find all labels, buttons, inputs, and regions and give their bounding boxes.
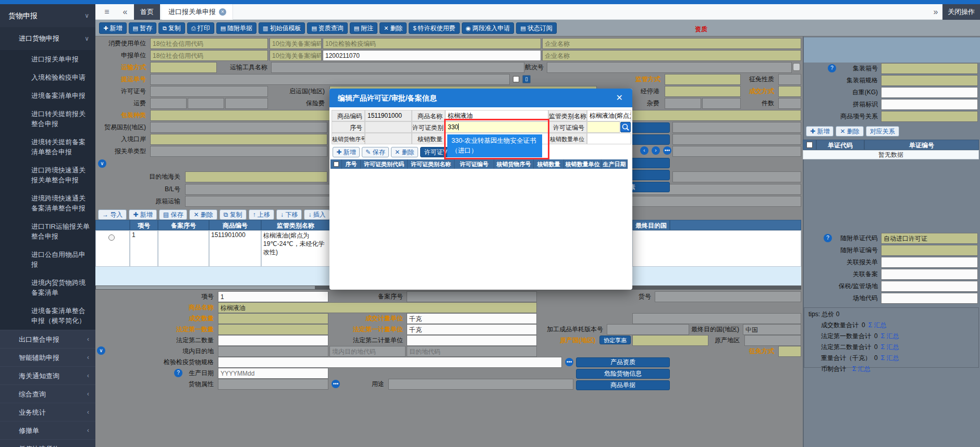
field-origin-region[interactable] — [744, 335, 801, 346]
sidebar-group-item[interactable]: 海关通知查询‹ — [0, 366, 95, 384]
field-tare-weight[interactable] — [881, 87, 978, 98]
more-items-icon[interactable]: ••• — [663, 146, 671, 155]
bill-doc-button[interactable]: ▯ — [522, 75, 531, 83]
field-related-record[interactable] — [881, 269, 978, 280]
field-domestic-destination-code[interactable]: 境内目的地代码 — [329, 346, 406, 357]
toolbar-button[interactable]: ▤暂存 — [129, 22, 156, 34]
field-misc-1[interactable] — [665, 98, 701, 109]
license-type-dropdown-option[interactable]: 330-农业转基因生物安全证书 （进口） — [447, 134, 542, 157]
toolbar-button[interactable]: ▤状态订阅 — [516, 22, 556, 34]
field-consumer-credit-code[interactable]: 18位社会信用代码 — [150, 38, 268, 49]
tab-close-icon[interactable]: × — [219, 8, 226, 16]
field-item-relation[interactable] — [881, 111, 978, 122]
field-supervision-mode[interactable] — [665, 74, 741, 85]
field-declarer-customs-code[interactable]: 10位海关备案编码 — [270, 50, 322, 61]
field-detail-item-no[interactable]: 1 — [218, 291, 328, 302]
sidebar-item[interactable]: 进境备案清单申报 — [0, 86, 95, 105]
field-consumer-name[interactable]: 企业名称 — [542, 38, 801, 49]
toolbar-button[interactable]: ▤资质查询 — [307, 22, 347, 34]
item-toolbar-button[interactable]: ▤ 保存 — [159, 209, 188, 220]
field-transaction-qty[interactable] — [218, 313, 328, 324]
field-attached-doc-code[interactable]: 自动进口许可证 — [881, 233, 978, 244]
sidebar-item[interactable]: 进境内贸货物跨境备案清单 — [0, 274, 95, 302]
sum-link[interactable]: Σ 汇总 — [881, 343, 899, 351]
field-legal-unit-1[interactable]: 千克 — [407, 324, 537, 335]
field-package-count[interactable] — [778, 98, 801, 109]
prev-item-icon[interactable]: ‹ — [640, 146, 648, 155]
close-operations-button[interactable]: 关闭操作 — [942, 4, 980, 20]
container-help-icon[interactable]: ? — [828, 64, 836, 72]
field-commodity-name[interactable]: 棕榈液油 — [218, 302, 537, 313]
field-domestic-destination[interactable] — [218, 346, 328, 357]
field-misc-2[interactable] — [702, 98, 741, 109]
detail-expander-icon[interactable]: ∨ — [97, 346, 105, 355]
item-toolbar-button[interactable]: ✚ 新增 — [129, 209, 156, 220]
item-toolbar-button[interactable]: ↑ 上移 — [249, 209, 274, 220]
right-toolbar-button[interactable]: ✚ 新增 — [806, 126, 834, 136]
field-legal-unit-2[interactable] — [407, 335, 537, 346]
field-transaction-unit[interactable]: 千克 — [407, 313, 537, 324]
m-field-commodity-name[interactable]: 棕榈液油 — [445, 110, 548, 121]
field-declarer-credit-code[interactable]: 18位社会信用代码 — [150, 50, 268, 61]
tab-home[interactable]: 首页 — [134, 4, 160, 20]
item-row-radio[interactable] — [108, 234, 115, 241]
field-usage[interactable] — [388, 379, 573, 390]
m-field-writeoff-unit[interactable] — [587, 133, 631, 144]
field-ciq-goods-spec[interactable] — [218, 357, 562, 368]
field-transport-mode[interactable] — [150, 62, 217, 73]
production-date-help-icon[interactable]: ? — [174, 369, 182, 377]
toolbar-button[interactable]: ⧉复制 — [158, 22, 185, 34]
sidebar-item[interactable]: 入境检验检疫申请 — [0, 68, 95, 86]
sidebar-group-item[interactable]: 低值快速货物‹ — [0, 439, 95, 447]
field-production-date[interactable]: YYYYMMdd — [218, 368, 328, 379]
item-toolbar-button[interactable]: ⧉ 复制 — [219, 209, 247, 220]
attribute-more-icon[interactable]: ••• — [332, 380, 340, 388]
sidebar-group-item[interactable]: 出口整合申报‹ — [0, 330, 95, 348]
right-toolbar-button[interactable]: 对应关系 — [866, 126, 899, 136]
field-destination-customs[interactable] — [185, 171, 327, 182]
toolbar-button[interactable]: ✚新增 — [99, 22, 126, 34]
sum-link[interactable]: Σ 汇总 — [852, 365, 871, 372]
field-r12-right[interactable] — [672, 171, 801, 182]
field-detail-record-no[interactable] — [407, 291, 537, 302]
sidebar-item[interactable]: 进境备案清单整合申报（横琴简化） — [0, 302, 95, 330]
item-toolbar-button[interactable]: ↓ 插入 — [304, 209, 329, 220]
field-origin-country[interactable] — [632, 335, 708, 346]
field-transport-name[interactable] — [271, 62, 524, 73]
sidebar-item[interactable]: 进境转关提前备案清单整合申报 — [0, 133, 95, 161]
field-freight-1[interactable] — [150, 98, 187, 109]
qualification-red-link[interactable]: 资质 — [695, 25, 707, 34]
m-input-license-type[interactable]: 330 — [445, 121, 548, 133]
bill-checkbox[interactable] — [513, 76, 519, 82]
next-item-icon[interactable]: › — [652, 146, 660, 155]
sidebar-item[interactable]: 进境跨境快速通关备案清单整合申报 — [0, 189, 95, 217]
forward-tabs-icon[interactable]: » — [929, 4, 942, 20]
sidebar-group-import-cargo[interactable]: 进口货物申报 ∨ — [0, 27, 95, 50]
sidebar-item[interactable]: 进口公自用物品申报 — [0, 245, 95, 274]
item-toolbar-button[interactable]: ✕ 删除 — [189, 209, 217, 220]
commodity-documents-button[interactable]: 商品单据 — [576, 380, 670, 390]
field-exemption-mode[interactable] — [778, 346, 801, 357]
field-bonded-site[interactable] — [881, 281, 978, 292]
field-freight-2[interactable] — [188, 98, 224, 109]
field-transaction-mode[interactable] — [778, 86, 801, 97]
license-search-button[interactable] — [620, 122, 631, 132]
modal-save-button[interactable]: ✎ 保存 — [362, 147, 389, 157]
toolbar-button[interactable]: $特许权使用费 — [409, 22, 459, 34]
toolbar-button[interactable]: ⎙打印 — [187, 22, 214, 34]
sidebar-item[interactable]: 进口TIR运输报关单整合申报 — [0, 217, 95, 245]
right-toolbar-button[interactable]: ✕ 删除 — [836, 126, 863, 136]
field-site-code[interactable] — [881, 293, 978, 304]
modal-delete-button[interactable]: ✕ 删除 — [391, 147, 418, 157]
sidebar-group-item[interactable]: 业务统计‹ — [0, 403, 95, 421]
field-legal-qty-1[interactable] — [218, 324, 328, 335]
modal-add-button[interactable]: ✚ 新增 — [333, 147, 360, 157]
sum-link[interactable]: Σ 汇总 — [881, 332, 899, 340]
field-related-declaration[interactable] — [881, 257, 978, 268]
field-declarer-ciq-code[interactable]: 1200211070 — [323, 50, 541, 61]
sidebar-group-item[interactable]: 修撤单‹ — [0, 421, 95, 439]
field-container-no[interactable] — [881, 63, 978, 74]
m-field-supervision-category[interactable]: 棕榈液油(熔点为19℃- — [587, 110, 631, 121]
m-field-writeoff-seq[interactable] — [365, 133, 412, 144]
toolbar-button[interactable]: ▤附注 — [350, 22, 377, 34]
